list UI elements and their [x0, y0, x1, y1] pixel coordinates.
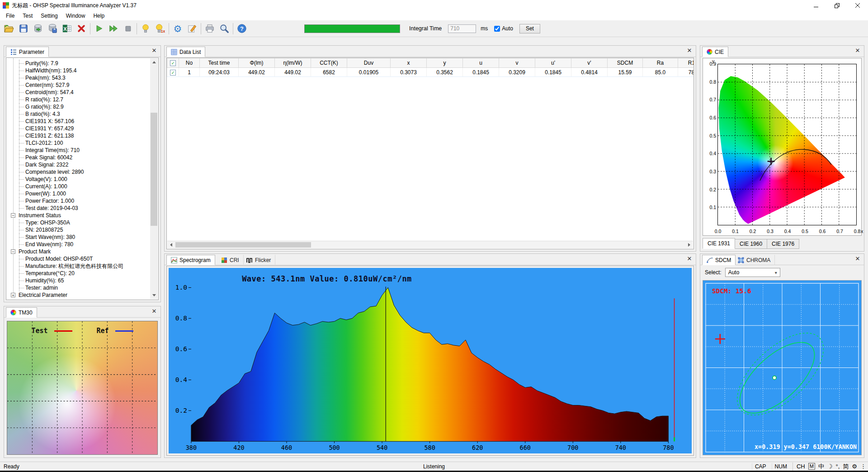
open-button[interactable] — [2, 22, 16, 35]
tree-item[interactable]: CIE1931 X: 567.106 — [7, 118, 150, 125]
table-row[interactable]: ✓109:24:03449.02449.0265820.019050.30730… — [167, 68, 694, 77]
expand-icon[interactable]: + — [11, 293, 15, 297]
tree-item[interactable]: B ratio(%): 4.3 — [7, 110, 150, 118]
ime-item[interactable]: 简 — [843, 462, 849, 471]
print-button[interactable] — [203, 22, 217, 35]
tab-cie-1976[interactable]: CIE 1976 — [767, 239, 799, 249]
export-excel-button[interactable]: X — [60, 22, 74, 35]
column-header[interactable]: Test time — [200, 58, 239, 68]
export-report-button[interactable] — [45, 22, 60, 35]
lamp-1x-button[interactable]: 1x — [153, 22, 167, 35]
tree-item[interactable]: CIE1931 Z: 621.138 — [7, 132, 150, 139]
sdcm-select-dropdown[interactable]: Auto ▾ — [725, 268, 780, 277]
tree-item[interactable]: Tester: admin — [7, 284, 150, 291]
tree-item[interactable]: Purity(%): 7.9 — [7, 60, 150, 67]
ime-item[interactable]: °, — [836, 463, 840, 470]
integral-time-input[interactable] — [448, 24, 476, 33]
tree-item[interactable]: Humidity(%): 65 — [7, 277, 150, 284]
tree-item[interactable]: +Electrical Parameter — [7, 291, 150, 299]
tree-item[interactable]: Current(A): 1.000 — [7, 183, 150, 190]
menu-window[interactable]: Window — [62, 12, 90, 20]
tab-sdcm[interactable]: SDCM — [702, 255, 736, 265]
scroll-down-icon[interactable] — [150, 291, 158, 299]
minimize-button[interactable] — [806, 0, 826, 11]
column-header[interactable]: Ra — [643, 58, 678, 68]
tree-item[interactable]: Temperature(°C): 20 — [7, 270, 150, 277]
column-header[interactable]: η(lm/W) — [275, 58, 311, 68]
tree-item[interactable]: HalfWidth(nm): 195.4 — [7, 67, 150, 74]
ime-item[interactable]: CH — [797, 463, 805, 470]
column-header[interactable]: u — [463, 58, 499, 68]
tab-cie-1931[interactable]: CIE 1931 — [703, 238, 735, 249]
column-header[interactable]: R1 — [678, 58, 694, 68]
tree-item[interactable]: Type: OHSP-350A — [7, 219, 150, 226]
tree-item[interactable]: Start Wave(nm): 380 — [7, 234, 150, 241]
restore-button[interactable] — [826, 0, 847, 11]
column-header[interactable]: Φ(lm) — [239, 58, 275, 68]
tree-item[interactable]: R ratio(%): 12.7 — [7, 96, 150, 103]
ime-item[interactable]: ☽ — [827, 463, 833, 470]
tree-item[interactable]: Compensate level: 2890 — [7, 168, 150, 176]
data-list-hscrollbar[interactable] — [167, 241, 693, 248]
collapse-icon[interactable]: − — [11, 249, 15, 254]
column-header[interactable]: No — [179, 58, 200, 68]
tab-data-list[interactable]: Data List — [166, 47, 205, 57]
ime-item[interactable]: M — [808, 463, 815, 470]
tree-item[interactable]: Test date: 2019-04-03 — [7, 205, 150, 212]
ime-item[interactable]: 中 — [818, 462, 824, 471]
scroll-left-icon[interactable] — [167, 241, 175, 248]
lamp-button[interactable] — [138, 22, 153, 35]
collapse-icon[interactable]: − — [11, 213, 15, 218]
parameter-close-icon[interactable]: ✕ — [151, 48, 157, 54]
menu-test[interactable]: Test — [19, 12, 37, 20]
export-database-button[interactable] — [31, 22, 45, 35]
column-header[interactable]: v — [499, 58, 535, 68]
data-table[interactable]: ✓NoTest timeΦ(lm)η(lm/W)CCT(K)Duvxyuvu'v… — [167, 58, 694, 77]
settings-button[interactable]: ⚙ — [170, 22, 185, 35]
tree-item[interactable]: CIE1931 Y: 657.429 — [7, 125, 150, 132]
hscrollbar-thumb[interactable] — [175, 242, 311, 248]
tab-cie[interactable]: CIE — [702, 47, 728, 57]
sdcm-close-icon[interactable]: ✕ — [854, 256, 861, 262]
row-checkbox[interactable]: ✓ — [170, 70, 176, 76]
edit-button[interactable] — [185, 22, 199, 35]
column-header[interactable]: x — [391, 58, 427, 68]
delete-button[interactable] — [74, 22, 89, 35]
scrollbar-thumb[interactable] — [151, 113, 157, 226]
menu-setting[interactable]: Setting — [37, 12, 61, 20]
tree-item[interactable]: −Instrument Status — [7, 212, 150, 219]
tab-chroma[interactable]: CHROMA — [734, 255, 775, 265]
scroll-right-icon[interactable] — [685, 241, 693, 248]
tree-item[interactable]: Voltage(V): 1.000 — [7, 176, 150, 183]
tab-tm30[interactable]: TM30 — [6, 307, 37, 318]
tree-item[interactable]: TLCI-2012: 100 — [7, 139, 150, 147]
column-header[interactable]: u' — [535, 58, 571, 68]
set-button[interactable]: Set — [519, 24, 540, 33]
data-list-close-icon[interactable]: ✕ — [686, 48, 693, 54]
parameter-scrollbar[interactable] — [150, 58, 158, 299]
zoom-tool-button[interactable] — [217, 22, 231, 35]
menu-file[interactable]: File — [2, 12, 19, 20]
tm30-close-icon[interactable]: ✕ — [151, 308, 157, 315]
tree-item[interactable]: Peak(nm): 543.3 — [7, 74, 150, 81]
ime-item[interactable]: ⚙ — [852, 463, 857, 470]
column-header[interactable]: Duv — [347, 58, 391, 68]
column-header[interactable]: SDCM — [608, 58, 643, 68]
tree-item[interactable]: Center(nm): 527.9 — [7, 81, 150, 89]
column-header[interactable]: y — [427, 58, 463, 68]
spectrogram-close-icon[interactable]: ✕ — [686, 256, 693, 262]
scroll-up-icon[interactable] — [150, 58, 158, 66]
tree-item[interactable]: Power(W): 1.000 — [7, 190, 150, 197]
help-button[interactable]: ? — [235, 22, 249, 35]
menu-help[interactable]: Help — [89, 12, 108, 20]
tree-item[interactable]: Integral Time(ms): 710 — [7, 147, 150, 154]
cie-close-icon[interactable]: ✕ — [854, 48, 861, 54]
tree-item[interactable]: Product Model: OHSP-650T — [7, 255, 150, 262]
stop-button[interactable] — [121, 22, 135, 35]
tree-item[interactable]: SN: 201808725 — [7, 226, 150, 234]
tab-flicker[interactable]: Flicker — [242, 255, 275, 265]
tab-cri[interactable]: CRI — [217, 255, 244, 265]
tree-item[interactable]: Power Factor: 1.000 — [7, 197, 150, 205]
tree-item[interactable]: Dark Signal: 2322 — [7, 161, 150, 168]
select-all-checkbox[interactable]: ✓ — [170, 60, 176, 66]
